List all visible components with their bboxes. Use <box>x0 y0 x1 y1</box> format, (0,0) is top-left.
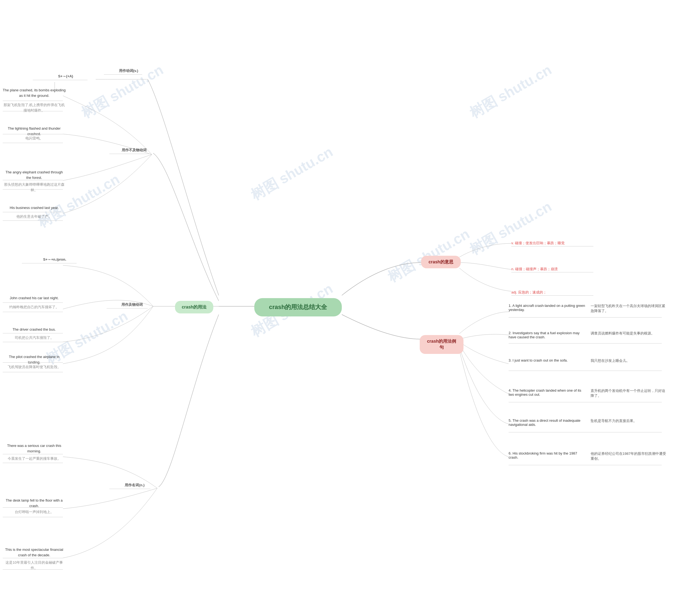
intrans-ex3-cn-line <box>3 189 63 189</box>
noun-ex1-cn: 今晨发生了一起严重的撞车事故。 <box>3 456 66 462</box>
sent-ex2-cn: 调查员说燃料爆炸有可能是失事的根源。 <box>591 331 654 336</box>
sent-ex3-en: 3. I just want to crash out on the sofa. <box>509 358 568 363</box>
noun-ex1-en-line <box>3 454 63 454</box>
noun-ex3-en: This is the most spectacular financial c… <box>3 547 66 558</box>
noun-ex3-cn-line <box>3 569 63 570</box>
intrans-ex2-cn: 电闪雷鸣。 <box>3 136 66 141</box>
intrans-ex3-cn: 那头愤怒的大象哗哗嗶嗶地跑过这片森林。 <box>3 182 66 193</box>
intrans-ex4-cn: 他的生意去年破了产。 <box>3 214 66 219</box>
intrans-ex4-en: His business crashed last year. <box>3 205 66 211</box>
sent-ex5-line <box>509 432 662 432</box>
meaning-n-line <box>511 272 593 272</box>
intrans-ex2-en-line <box>3 134 63 134</box>
noun-ex3-cn: 这是10年里最引人注目的金融破产事件。 <box>3 560 66 570</box>
intrans-ex1-en: The plane crashed, its bombs exploding a… <box>3 87 66 98</box>
sent-ex2-line <box>509 343 662 344</box>
right-example-node: crash的用法例句 <box>420 335 463 354</box>
pattern-intrans-line <box>33 80 88 80</box>
trans-ex2-en: The driver crashed the bus. <box>3 327 66 332</box>
intransitive-label: 用作不及物动词 <box>115 148 153 152</box>
noun-ex3-en-line <box>3 558 63 558</box>
pattern-intrans: S+～(+A) <box>38 74 93 79</box>
trans-ex1-en-line <box>3 303 63 303</box>
left-main-node: crash的用法 <box>175 301 213 314</box>
sent-ex4-line <box>509 402 662 402</box>
intrans-ex1-en-line <box>3 101 63 101</box>
sent-ex6-cn: 他的证券经纪公司在1987年的股市狂跌潮中遭受重创。 <box>591 451 667 461</box>
meaning-adj: adj. 应急的；速成的； <box>511 290 547 295</box>
verb-line <box>104 74 142 75</box>
sent-ex5-en: 5. The crash was a direct result of inad… <box>509 418 585 427</box>
right-meaning-node: crash的意思 <box>421 256 461 268</box>
trans-ex3-cn: 飞机驾驶员在降落时使飞机坠毁。 <box>3 364 66 370</box>
noun-label: 用作名词(n.) <box>115 483 154 488</box>
trans-ex2-cn-line <box>3 342 63 342</box>
intrans-ex2-en: The lightning flashed and thunder crashe… <box>3 126 66 136</box>
sent-ex6-line <box>509 465 662 465</box>
sent-ex1-cn: 一架轻型飞机昨天在一个高尔夫球场的球洞区紧急降落了。 <box>591 304 667 314</box>
pattern-trans: S+～+n./pron. <box>27 257 82 262</box>
intrans-ex3-en: The angry elephant crashed through the f… <box>3 170 66 180</box>
sent-ex6-en: 6. His stockbroking firm was hit by the … <box>509 451 585 459</box>
verb-label: 用作动词(v.) <box>109 69 148 73</box>
trans-ex2-en-line <box>3 333 63 333</box>
watermark-8: 树图 shutu.cn <box>466 197 555 260</box>
meaning-n: n. 碰撞；碰撞声；暴跌；崩溃 <box>511 267 558 272</box>
trans-ex1-cn-line <box>3 312 63 312</box>
trans-ex3-en: The pilot crashed the airplane in landin… <box>3 354 66 365</box>
trans-ex1-cn: 约翰昨晚把自己的汽车撞坏了。 <box>3 304 66 310</box>
trans-ex1-en: John crashed his car last night. <box>3 295 66 301</box>
meaning-v: v. 碰撞；使发出巨响；暴跌；睡觉 <box>511 241 565 246</box>
sent-ex2-en: 2. Investigators say that a fuel explosi… <box>509 331 585 339</box>
noun-label-line <box>109 489 150 489</box>
center-node: crash的用法总结大全 <box>254 298 342 317</box>
sent-ex1-en: A light aircraft crash-landed on a putti… <box>509 304 585 312</box>
sent-ex1-num: 1. <box>509 304 512 308</box>
sent-ex1-line <box>509 317 662 318</box>
intrans-ex1-cn-line <box>3 111 63 111</box>
noun-ex2-en: The desk lamp fell to the floor with a c… <box>3 498 66 508</box>
trans-ex2-cn: 司机把公共汽车撞毁了。 <box>3 335 66 341</box>
intrans-ex4-cn-line <box>3 220 63 221</box>
sent-ex5-cn: 坠机是导航不力的直接后果。 <box>591 418 637 423</box>
sent-ex1-num-en: 1. A light aircraft crash-landed on a pu… <box>509 304 585 312</box>
meaning-v-line <box>511 246 593 246</box>
intrans-ex1-cn: 那架飞机坠毁了,机上携带的炸弹在飞机撞地时爆炸。 <box>3 102 66 113</box>
watermark-7: 树图 shutu.cn <box>466 60 555 123</box>
noun-ex2-cn: 台灯哗啦一声掉到地上。 <box>3 509 66 515</box>
transitive-label: 用作及物动词 <box>112 302 152 307</box>
noun-ex1-en: There was a serious car crash this morni… <box>3 443 66 454</box>
meaning-adj-line <box>511 295 593 296</box>
intrans-ex3-en-line <box>3 180 63 180</box>
canvas: 树图 shutu.cn 树图 shutu.cn 树图 shutu.cn 树图 s… <box>0 0 700 614</box>
sent-ex4-en: 4. The helicopter crash landed when one … <box>509 388 585 396</box>
watermark-4: 树图 shutu.cn <box>248 143 336 205</box>
sent-ex3-cn: 我只想在沙发上睡会儿。 <box>591 358 630 363</box>
sent-ex4-cn: 直升机的两个发动机中有一个停止运转，只好迫降了。 <box>591 388 667 398</box>
pattern-trans-line <box>22 263 77 263</box>
